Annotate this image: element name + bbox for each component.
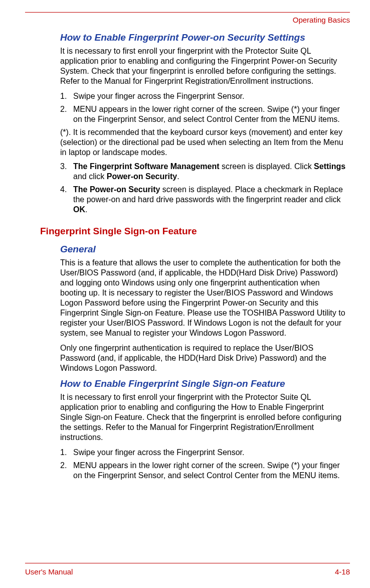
heading-single-signon: Fingerprint Single Sign-on Feature bbox=[40, 226, 346, 237]
page-content: How to Enable Fingerprint Power-on Secur… bbox=[25, 32, 350, 481]
list-number: 2. bbox=[60, 461, 73, 481]
bold-text: OK bbox=[73, 205, 85, 214]
ordered-list-3: 1. Swipe your finger across the Fingerpr… bbox=[60, 448, 346, 481]
list-text: MENU appears in the lower right corner o… bbox=[73, 461, 346, 481]
bottom-rule bbox=[25, 563, 350, 563]
heading-general: General bbox=[60, 244, 346, 255]
list-number: 1. bbox=[60, 448, 73, 458]
list-text: MENU appears in the lower right corner o… bbox=[73, 104, 346, 124]
bold-text: Power-on Security bbox=[107, 172, 177, 181]
footer-manual-label: User's Manual bbox=[25, 567, 73, 576]
list-item: 2. MENU appears in the lower right corne… bbox=[60, 104, 346, 124]
list-text: Swipe your finger across the Fingerprint… bbox=[73, 91, 346, 101]
list-item: 1. Swipe your finger across the Fingerpr… bbox=[60, 448, 346, 458]
intro-paragraph: It is necessary to first enroll your fin… bbox=[60, 392, 346, 443]
paragraph: Only one fingerprint authentication is r… bbox=[60, 343, 346, 373]
plain-text: and click bbox=[73, 172, 107, 181]
heading-poweron-security: How to Enable Fingerprint Power-on Secur… bbox=[60, 32, 346, 43]
list-number: 3. bbox=[60, 162, 73, 182]
ordered-list-2: 3. The Fingerprint Software Management s… bbox=[60, 162, 346, 215]
list-number: 2. bbox=[60, 104, 73, 124]
list-item: 1. Swipe your finger across the Fingerpr… bbox=[60, 91, 346, 101]
list-number: 1. bbox=[60, 91, 73, 101]
list-number: 4. bbox=[60, 185, 73, 215]
bold-text: Settings bbox=[314, 162, 345, 171]
plain-text: screen is displayed. Click bbox=[220, 162, 314, 171]
header-section-title: Operating Basics bbox=[25, 16, 350, 24]
list-item: 3. The Fingerprint Software Management s… bbox=[60, 162, 346, 182]
footer-page-number: 4-18 bbox=[335, 567, 350, 576]
plain-text: . bbox=[177, 172, 179, 181]
bold-text: The Power-on Security bbox=[73, 185, 160, 194]
list-item: 2. MENU appears in the lower right corne… bbox=[60, 461, 346, 481]
page-footer: User's Manual 4-18 bbox=[25, 563, 350, 576]
list-item: 4. The Power-on Security screen is displ… bbox=[60, 185, 346, 215]
paragraph: This is a feature that allows the user t… bbox=[60, 258, 346, 338]
plain-text: . bbox=[85, 205, 87, 214]
note-paragraph: (*). It is recommended that the keyboard… bbox=[60, 127, 346, 158]
top-rule bbox=[25, 12, 350, 13]
list-text: The Fingerprint Software Management scre… bbox=[73, 162, 346, 182]
footer-row: User's Manual 4-18 bbox=[25, 567, 350, 576]
heading-enable-sso: How to Enable Fingerprint Single Sign-on… bbox=[60, 378, 346, 389]
bold-text: The Fingerprint Software Management bbox=[73, 162, 220, 171]
intro-paragraph: It is necessary to first enroll your fin… bbox=[60, 46, 346, 86]
list-text: The Power-on Security screen is displaye… bbox=[73, 185, 346, 215]
ordered-list-1: 1. Swipe your finger across the Fingerpr… bbox=[60, 91, 346, 124]
list-text: Swipe your finger across the Fingerprint… bbox=[73, 448, 346, 458]
